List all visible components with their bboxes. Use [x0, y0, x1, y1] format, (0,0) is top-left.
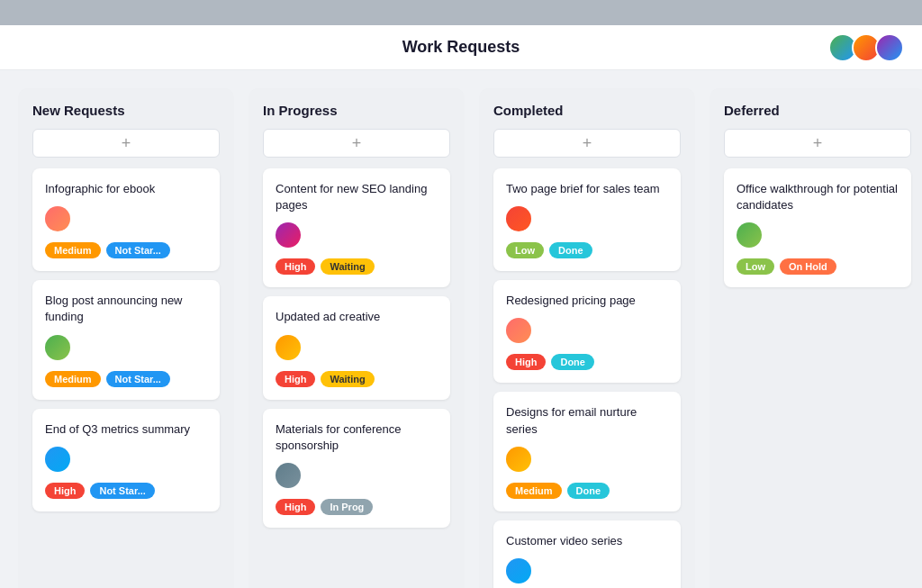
column-in-progress: In Progress+Content for new SEO landing …: [249, 88, 465, 588]
card-avatar-card-8: [506, 318, 531, 343]
card-card-11[interactable]: Office walkthrough for potential candida…: [724, 168, 911, 287]
badge-card-9-0: Medium: [506, 483, 562, 499]
card-badges-card-6: HighIn Prog: [276, 499, 438, 515]
card-card-6[interactable]: Materials for conference sponsorshipHigh…: [263, 409, 450, 528]
badge-card-1-1: Not Star...: [106, 242, 170, 258]
card-avatar-card-6: [276, 463, 301, 488]
page-title: Work Requests: [402, 38, 520, 57]
badge-card-8-0: High: [506, 354, 546, 370]
card-card-4[interactable]: Content for new SEO landing pagesHighWai…: [263, 168, 450, 287]
card-card-5[interactable]: Updated ad creativeHighWaiting: [263, 296, 450, 399]
card-title-card-5: Updated ad creative: [276, 309, 438, 325]
card-badges-card-2: MediumNot Star...: [45, 371, 207, 387]
add-card-button-completed[interactable]: +: [493, 129, 681, 158]
card-badges-card-1: MediumNot Star...: [45, 242, 207, 258]
card-badges-card-9: MediumDone: [506, 483, 668, 499]
badge-card-7-1: Done: [549, 242, 592, 258]
badge-card-7-0: Low: [506, 242, 544, 258]
avatar-3[interactable]: [875, 33, 904, 62]
card-avatar-card-1: [45, 206, 70, 231]
column-header-completed: Completed: [493, 103, 681, 118]
column-header-deferred: Deferred: [724, 103, 911, 118]
badge-card-4-1: Waiting: [321, 258, 374, 275]
top-bar: [0, 0, 922, 25]
column-new-requests: New Requests+Infographic for ebookMedium…: [18, 88, 234, 588]
column-deferred: Deferred+Office walkthrough for potentia…: [710, 88, 922, 588]
card-title-card-6: Materials for conference sponsorship: [276, 421, 438, 454]
card-avatar-card-2: [45, 335, 70, 360]
card-badges-card-7: LowDone: [506, 242, 668, 258]
avatar-group: [828, 33, 904, 62]
card-title-card-11: Office walkthrough for potential candida…: [737, 181, 899, 213]
card-card-2[interactable]: Blog post announcing new fundingMediumNo…: [32, 280, 220, 399]
badge-card-11-0: Low: [737, 258, 774, 275]
card-title-card-7: Two page brief for sales team: [506, 181, 668, 197]
card-title-card-2: Blog post announcing new funding: [45, 293, 207, 325]
card-title-card-10: Customer video series: [506, 533, 668, 549]
badge-card-3-0: High: [45, 483, 85, 499]
card-badges-card-8: HighDone: [506, 354, 668, 370]
add-card-button-new-requests[interactable]: +: [32, 129, 220, 158]
card-avatar-card-11: [737, 222, 762, 248]
card-avatar-card-3: [45, 447, 70, 472]
card-badges-card-11: LowOn Hold: [737, 258, 899, 275]
column-header-new-requests: New Requests: [32, 103, 220, 118]
add-card-button-deferred[interactable]: +: [724, 129, 911, 158]
badge-card-6-0: High: [276, 499, 315, 515]
card-avatar-card-9: [506, 447, 531, 472]
card-card-3[interactable]: End of Q3 metrics summaryHighNot Star...: [32, 409, 220, 511]
badge-card-11-1: On Hold: [780, 258, 836, 275]
card-card-8[interactable]: Redesigned pricing pageHighDone: [493, 280, 681, 383]
badge-card-8-1: Done: [551, 354, 594, 370]
card-avatar-card-7: [506, 206, 531, 231]
card-title-card-9: Designs for email nurture series: [506, 404, 668, 437]
card-card-7[interactable]: Two page brief for sales teamLowDone: [493, 168, 681, 271]
card-badges-card-4: HighWaiting: [276, 258, 438, 275]
card-avatar-card-4: [276, 222, 301, 248]
card-avatar-card-5: [276, 335, 301, 360]
card-card-10[interactable]: Customer video seriesHighDone: [493, 520, 681, 588]
kanban-board: New Requests+Infographic for ebookMedium…: [0, 70, 922, 588]
card-title-card-3: End of Q3 metrics summary: [45, 421, 207, 438]
badge-card-6-1: In Prog: [321, 499, 373, 515]
badge-card-5-0: High: [276, 371, 315, 387]
badge-card-2-1: Not Star...: [106, 371, 170, 387]
badge-card-2-0: Medium: [45, 371, 101, 387]
column-completed: Completed+Two page brief for sales teamL…: [479, 88, 695, 588]
card-avatar-card-10: [506, 558, 531, 583]
badge-card-3-1: Not Star...: [90, 483, 154, 499]
add-card-button-in-progress[interactable]: +: [263, 129, 450, 158]
badge-card-5-1: Waiting: [321, 371, 374, 387]
badge-card-4-0: High: [276, 258, 315, 275]
badge-card-9-1: Done: [567, 483, 610, 499]
card-badges-card-3: HighNot Star...: [45, 483, 207, 499]
card-badges-card-5: HighWaiting: [276, 371, 438, 387]
column-header-in-progress: In Progress: [263, 103, 450, 118]
card-card-9[interactable]: Designs for email nurture seriesMediumDo…: [493, 392, 681, 511]
card-title-card-4: Content for new SEO landing pages: [276, 181, 438, 213]
card-title-card-8: Redesigned pricing page: [506, 293, 668, 309]
card-title-card-1: Infographic for ebook: [45, 181, 207, 197]
card-card-1[interactable]: Infographic for ebookMediumNot Star...: [32, 168, 220, 271]
badge-card-1-0: Medium: [45, 242, 101, 258]
header: Work Requests: [0, 25, 922, 70]
